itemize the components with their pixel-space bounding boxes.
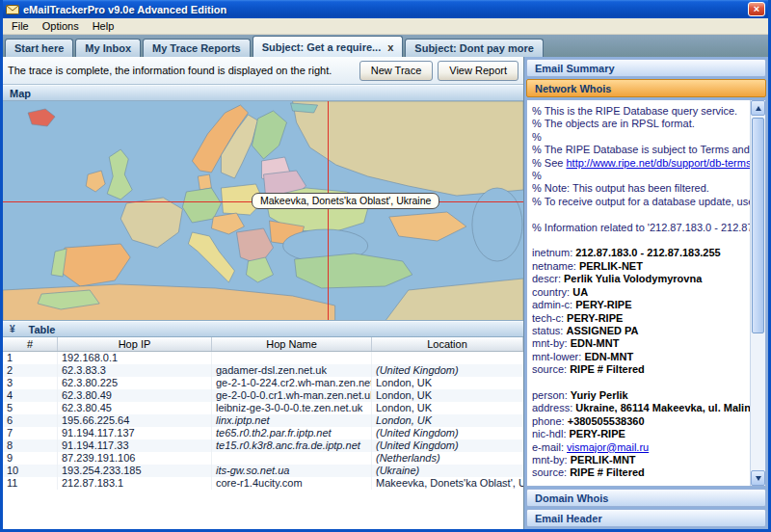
cell-hop-index: 8: [3, 439, 58, 452]
menu-file[interactable]: File: [5, 19, 36, 33]
window-title: eMailTrackerPro v9.0e Advanced Edition: [23, 4, 226, 15]
table-row[interactable]: 791.194.117.137te65.r0.th2.par.fr.iptp.n…: [3, 427, 523, 439]
whois-line: netname: PERLIK-NET: [532, 260, 750, 273]
whois-line: [532, 208, 750, 221]
whois-line: % To receive output for a database updat…: [532, 196, 750, 208]
cell-hop-name: te65.r0.th2.par.fr.iptp.net: [212, 427, 372, 439]
whois-line: %: [532, 170, 750, 182]
cell-hop-name: linx.iptp.net: [212, 414, 372, 427]
table-row[interactable]: 1192.168.0.1: [3, 352, 523, 364]
table-row[interactable]: 562.3.80.45leibniz-ge-3-0-0-0.te.zen.net…: [3, 402, 523, 414]
whois-line: tech-c: PERY-RIPE: [532, 312, 750, 325]
cell-hop-name: [212, 352, 372, 364]
terms-link[interactable]: http://www.ripe.net/db/support/db-terms-…: [566, 157, 750, 169]
column-header-hop-ip[interactable]: Hop IP: [58, 337, 212, 351]
cell-hop-index: 2: [3, 364, 58, 377]
whois-key: address:: [532, 402, 575, 413]
whois-line: mnt-by: PERLIK-MNT: [532, 454, 750, 466]
whois-value: PERY-RIPE: [570, 428, 625, 439]
cell-hop-name: leibniz-ge-3-0-0-0.te.zen.net.uk: [212, 402, 372, 414]
cell-hop-index: 3: [3, 377, 58, 389]
scroll-thumb[interactable]: [752, 118, 764, 333]
tab-label: My Trace Reports: [152, 42, 241, 54]
whois-value: UA: [572, 286, 588, 298]
table-panel-header[interactable]: ¥ Table: [3, 321, 523, 337]
menu-options[interactable]: Options: [36, 19, 86, 33]
whois-line: inetnum: 212.87.183.0 - 212.87.183.255: [532, 247, 750, 259]
whois-key: tech-c:: [532, 312, 567, 324]
tab-subject-get-a-require[interactable]: Subject: Get a require...x: [253, 36, 404, 57]
cell-location: [372, 352, 523, 364]
new-trace-button[interactable]: New Trace: [359, 61, 434, 81]
cell-hop-ip: 87.239.191.106: [58, 452, 212, 465]
table-row[interactable]: 6195.66.225.64linx.iptp.netLondon, UK: [3, 414, 523, 427]
whois-line: [532, 377, 750, 389]
whois-value: PERLIK-MNT: [571, 454, 636, 466]
cell-location: (Netherlands): [372, 452, 523, 465]
tab-my-inbox[interactable]: My Inbox: [75, 39, 141, 57]
map-panel-header[interactable]: Map: [3, 85, 523, 101]
cell-hop-name: [212, 452, 372, 465]
table-row[interactable]: 362.3.80.225ge-2-1-0-224.cr2.wh-man.zen.…: [3, 377, 523, 389]
tab-close-icon[interactable]: x: [387, 41, 393, 53]
whois-value: PERY-RIPE: [567, 312, 623, 324]
tab-subject-dont-pay-more[interactable]: Subject: Dont pay more: [405, 39, 543, 57]
whois-value: EDN-MNT: [584, 351, 633, 362]
section-email-summary[interactable]: Email Summary: [526, 59, 766, 77]
view-report-button[interactable]: View Report: [438, 61, 518, 81]
whois-scrollbar[interactable]: [750, 100, 765, 486]
table-collapse-icon[interactable]: ¥: [10, 324, 15, 334]
cell-hop-ip: 91.194.117.137: [58, 427, 212, 439]
whois-line: % Information related to '212.87.183.0 -…: [532, 222, 750, 234]
column-header-num[interactable]: #: [3, 337, 58, 351]
email-link[interactable]: vismajor@mail.ru: [567, 441, 649, 453]
cell-hop-name: its-gw.so.net.ua: [212, 465, 372, 477]
whois-line: mnt-by: EDN-MNT: [532, 337, 750, 350]
whois-key: source:: [532, 363, 570, 375]
cell-hop-ip: 62.3.83.3: [58, 364, 212, 377]
tab-label: My Inbox: [85, 42, 131, 54]
whois-key: mnt-lower:: [532, 351, 584, 362]
cell-location: London, UK: [372, 414, 523, 427]
scroll-track[interactable]: [751, 116, 765, 470]
cell-hop-ip: 91.194.117.33: [58, 439, 212, 452]
trace-status-message: The trace is complete, the information f…: [8, 65, 355, 76]
table-row[interactable]: 262.3.83.3gadamer-dsl.zen.net.uk(United …: [3, 364, 523, 377]
whois-line: source: RIPE # Filtered: [532, 466, 750, 479]
column-header-location[interactable]: Location: [372, 337, 523, 351]
main-area: The trace is complete, the information f…: [3, 57, 768, 529]
tab-start-here[interactable]: Start here: [5, 39, 73, 57]
hop-table-body: 1192.168.0.1262.3.83.3gadamer-dsl.zen.ne…: [3, 352, 523, 529]
whois-line: % The RIPE Database is subject to Terms …: [532, 144, 750, 156]
menu-help[interactable]: Help: [86, 19, 121, 33]
cell-hop-ip: 62.3.80.45: [58, 402, 212, 414]
whois-value: RIPE # Filtered: [570, 363, 645, 375]
cell-hop-name: core-r1.4ucity.com: [212, 477, 372, 490]
tab-my-trace-reports[interactable]: My Trace Reports: [143, 39, 251, 57]
title-bar[interactable]: eMailTrackerPro v9.0e Advanced Edition ×: [3, 0, 768, 18]
scroll-down-button[interactable]: [751, 470, 765, 486]
menu-bar: FileOptionsHelp: [3, 18, 768, 35]
section-email-header[interactable]: Email Header: [526, 509, 766, 527]
section-domain-whois[interactable]: Domain Whois: [526, 489, 766, 507]
section-network-whois[interactable]: Network Whois: [526, 79, 766, 97]
table-row[interactable]: 462.3.80.49ge-2-0-0-0.cr1.wh-man.zen.net…: [3, 389, 523, 402]
column-header-hop-name[interactable]: Hop Name: [212, 337, 372, 351]
whois-value: ASSIGNED PA: [566, 325, 638, 336]
whois-key: netname:: [532, 260, 579, 272]
cell-hop-index: 4: [3, 389, 58, 402]
table-row[interactable]: 11212.87.183.1core-r1.4ucity.comMakeevka…: [3, 477, 523, 490]
scroll-up-button[interactable]: [751, 100, 765, 116]
close-button[interactable]: ×: [748, 2, 765, 16]
cell-location: London, UK: [372, 389, 523, 402]
map-canvas[interactable]: Makeevka, Donets'ka Oblast', Ukraine: [3, 101, 523, 321]
table-row[interactable]: 987.239.191.106(Netherlands): [3, 452, 523, 465]
cell-hop-ip: 195.66.225.64: [58, 414, 212, 427]
whois-key: inetnum:: [532, 247, 575, 258]
cell-location: (United Kingdom): [372, 427, 523, 439]
whois-value: RIPE # Filtered: [570, 466, 645, 478]
cell-hop-index: 7: [3, 427, 58, 439]
table-row[interactable]: 891.194.117.33te15.r0.k3r8.anc.fra.de.ip…: [3, 439, 523, 452]
cell-hop-ip: 193.254.233.185: [58, 465, 212, 477]
table-row[interactable]: 10193.254.233.185its-gw.so.net.ua(Ukrain…: [3, 465, 523, 477]
